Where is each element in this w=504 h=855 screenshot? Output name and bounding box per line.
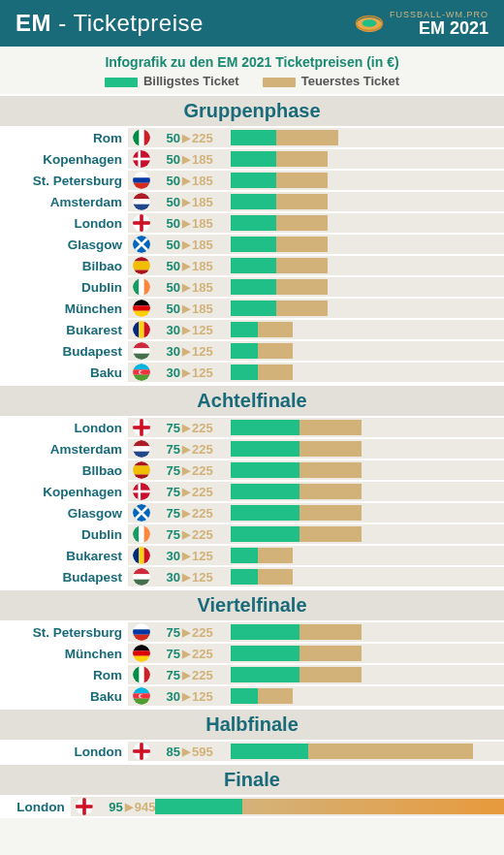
city-label: Bukarest xyxy=(0,320,128,339)
bar-low xyxy=(231,279,276,295)
svg-rect-82 xyxy=(133,623,150,629)
price-low: 75 xyxy=(155,463,180,478)
price-high: 185 xyxy=(192,174,213,188)
price-high: 185 xyxy=(192,301,213,316)
flag-nl-icon xyxy=(133,440,150,458)
triangle-icon: ▶ xyxy=(182,132,190,144)
data-row: Amsterdam50▶185 xyxy=(0,192,504,213)
bar-high xyxy=(258,322,293,337)
price-values: 75▶225 xyxy=(155,506,231,521)
bar-track xyxy=(231,192,504,211)
data-row: Kopenhagen75▶225 xyxy=(0,482,504,503)
price-high: 225 xyxy=(192,668,213,682)
price-values: 50▶185 xyxy=(155,280,231,295)
triangle-icon: ▶ xyxy=(182,422,190,434)
svg-rect-61 xyxy=(133,466,150,475)
bar-track xyxy=(231,742,504,761)
flag-dk-icon xyxy=(133,483,150,500)
svg-rect-12 xyxy=(133,172,150,177)
price-values: 50▶185 xyxy=(155,216,231,231)
price-low: 75 xyxy=(155,442,180,457)
triangle-icon: ▶ xyxy=(125,801,133,813)
svg-rect-46 xyxy=(133,364,150,369)
bar-low xyxy=(231,258,276,273)
svg-rect-14 xyxy=(133,183,150,189)
flag-az-icon xyxy=(133,687,150,705)
bar-low xyxy=(231,688,258,704)
flag-sc-icon xyxy=(133,504,150,522)
city-label: Dublin xyxy=(0,277,128,297)
triangle-icon: ▶ xyxy=(182,196,190,208)
bar-track xyxy=(231,546,504,565)
data-row: München50▶185 xyxy=(0,299,504,320)
bar-high xyxy=(276,130,338,145)
price-low: 30 xyxy=(155,365,180,380)
price-low: 75 xyxy=(155,625,180,640)
svg-rect-40 xyxy=(144,321,150,338)
swatch-low-icon xyxy=(105,78,138,87)
price-high: 595 xyxy=(192,744,213,759)
bar-high xyxy=(276,173,328,188)
bar-low xyxy=(231,322,258,337)
data-row: Bilbao50▶185 xyxy=(0,256,504,277)
bar-track xyxy=(231,320,504,339)
flag-ie-icon xyxy=(133,525,150,543)
flag-ru-icon xyxy=(133,623,150,641)
bar-low xyxy=(231,364,258,380)
bar-high xyxy=(299,646,362,661)
svg-rect-66 xyxy=(133,491,150,493)
svg-rect-13 xyxy=(133,177,150,182)
bar-low xyxy=(231,526,299,542)
svg-rect-76 xyxy=(144,547,150,564)
svg-rect-32 xyxy=(144,278,150,296)
svg-rect-87 xyxy=(133,650,150,655)
bar-high xyxy=(299,462,362,478)
price-values: 75▶225 xyxy=(155,442,231,457)
data-row: Rom75▶225 xyxy=(0,665,504,686)
bar-track xyxy=(231,482,504,501)
triangle-icon: ▶ xyxy=(182,443,190,456)
triangle-icon: ▶ xyxy=(182,648,190,660)
bar-low xyxy=(231,441,299,457)
city-label: Amsterdam xyxy=(0,192,128,211)
legend-high: Teuerstes Ticket xyxy=(263,74,399,88)
svg-rect-60 xyxy=(133,461,150,466)
flag-ru-icon xyxy=(133,172,150,189)
flag-it-icon xyxy=(133,666,150,683)
svg-rect-42 xyxy=(133,342,150,348)
svg-rect-78 xyxy=(133,568,150,574)
bar-track xyxy=(231,524,504,544)
svg-rect-34 xyxy=(133,300,150,305)
price-values: 75▶225 xyxy=(155,421,231,435)
svg-rect-97 xyxy=(133,699,150,705)
triangle-icon: ▶ xyxy=(182,528,190,541)
data-row: Rom50▶225 xyxy=(0,128,504,149)
price-low: 50 xyxy=(155,195,180,209)
price-low: 75 xyxy=(155,506,180,521)
bar-low xyxy=(231,744,308,759)
bar-high xyxy=(299,505,362,521)
brand-block: FUSSBALL-WM.PRO EM 2021 xyxy=(355,11,488,37)
flag-ie-icon xyxy=(133,278,150,296)
price-values: 30▶125 xyxy=(155,570,231,585)
price-high: 225 xyxy=(192,485,213,499)
data-row: Bukarest30▶125 xyxy=(0,320,504,341)
svg-rect-35 xyxy=(133,305,150,310)
price-values: 50▶185 xyxy=(155,195,231,209)
svg-rect-39 xyxy=(139,321,143,338)
bar-track xyxy=(231,277,504,297)
price-high: 225 xyxy=(192,625,213,640)
bar-high xyxy=(276,194,328,209)
price-high: 125 xyxy=(192,365,213,380)
bar-track xyxy=(231,418,504,437)
price-low: 50 xyxy=(155,131,180,145)
triangle-icon: ▶ xyxy=(182,571,190,584)
triangle-icon: ▶ xyxy=(182,464,190,477)
svg-rect-84 xyxy=(133,635,150,641)
flag-de-icon xyxy=(133,300,150,317)
price-values: 75▶225 xyxy=(155,668,231,682)
price-low: 30 xyxy=(155,549,180,563)
svg-rect-75 xyxy=(139,547,143,564)
svg-rect-5 xyxy=(144,129,150,146)
bar-low xyxy=(231,194,276,209)
